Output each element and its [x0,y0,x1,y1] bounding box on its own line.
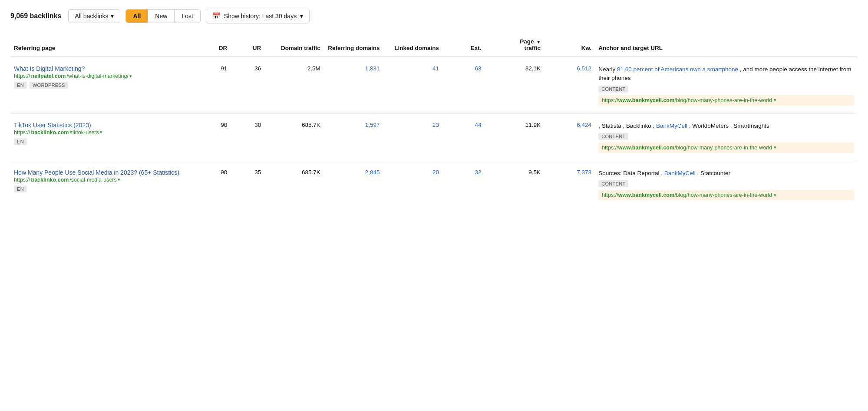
tag-group: EN [14,186,193,192]
col-header-linked-domains: Linked domains [383,34,442,57]
referring-domains-value[interactable]: 1,597 [324,113,383,161]
target-url[interactable]: https://www.bankmycell.com/blog/how-many… [602,97,772,103]
col-header-dr: DR [197,34,231,57]
dropdown-arrow-icon: ▾ [111,13,114,20]
anchor-text-after: , Statcounter [696,170,730,176]
dr-value: 90 [197,161,231,208]
dr-value: 90 [197,113,231,161]
ur-value: 35 [231,161,264,208]
main-container: 9,069 backlinks All backlinks ▾ All New … [0,0,868,217]
anchor-url-cell: , Statista , Backlinko , BankMyCell , Wo… [595,113,858,161]
tag-group: ENWORDPRESS [14,82,193,89]
target-url-domain: www.bankmycell.com [618,192,674,198]
page-traffic-value: 32.1K [485,57,545,113]
url-path: /social-media-users [69,177,116,183]
referring-page-cell: How Many People Use Social Media in 2023… [10,161,197,208]
toolbar: 9,069 backlinks All backlinks ▾ All New … [10,9,858,23]
target-url-path: /blog/how-many-phones-are-in-the-world [674,192,772,198]
kw-value[interactable]: 6,424 [544,113,595,161]
sort-arrow-icon: ▼ [536,40,541,44]
anchor-text-before: Nearly [598,66,617,73]
content-tag: CONTENT [598,86,854,95]
url-path: /what-is-digital-marketing/ [66,73,128,79]
url-dropdown-icon[interactable]: ▾ [118,177,120,182]
target-url-dropdown-icon[interactable]: ▾ [774,97,776,103]
dr-value: 91 [197,57,231,113]
target-url-row: https://www.bankmycell.com/blog/how-many… [598,95,854,106]
anchor-link-text[interactable]: BankMyCell [664,170,696,176]
ext-value[interactable]: 63 [442,57,485,113]
anchor-url-cell: Nearly 81.60 percent of Americans own a … [595,57,858,113]
col-header-domain-traffic: Domain traffic [264,34,324,57]
backlinks-table: Referring page DR UR Domain traffic Refe… [10,34,858,208]
referring-page-cell: What Is Digital Marketing?https://neilpa… [10,57,197,113]
url-dropdown-icon[interactable]: ▾ [100,129,102,135]
url-prefix: https:// [14,129,30,136]
domain-traffic-value: 685.7K [264,161,324,208]
linked-domains-value[interactable]: 20 [383,161,442,208]
page-title-link[interactable]: TikTok User Statistics (2023) [14,122,193,129]
page-title-link[interactable]: How Many People Use Social Media in 2023… [14,169,193,176]
page-traffic-value: 11.9K [485,113,545,161]
ext-value[interactable]: 44 [442,113,485,161]
url-dropdown-icon[interactable]: ▾ [129,73,132,79]
target-url-path: /blog/how-many-phones-are-in-the-world [674,145,772,151]
anchor-text-before: Sources: Data Reportal , [598,170,664,176]
referring-domains-value[interactable]: 1,831 [324,57,383,113]
table-header-row: Referring page DR UR Domain traffic Refe… [10,34,858,57]
url-domain: neilpatel.com [31,73,66,79]
calendar-icon: 📅 [212,12,221,20]
kw-value[interactable]: 7,373 [544,161,595,208]
col-header-referring-domains: Referring domains [324,34,383,57]
anchor-link-text[interactable]: 81.60 percent of Americans own a smartph… [617,66,738,73]
col-header-page-traffic[interactable]: Page ▼ traffic [485,34,545,57]
target-url-prefix: https:// [602,97,618,103]
target-url-dropdown-icon[interactable]: ▾ [774,192,776,198]
tag-badge: EN [14,82,27,89]
target-url[interactable]: https://www.bankmycell.com/blog/how-many… [602,192,772,198]
anchor-text-after: , WorldoMeters , SmartInsights [687,123,769,129]
target-url-row: https://www.bankmycell.com/blog/how-many… [598,190,854,200]
backlinks-count: 9,069 backlinks [10,12,61,20]
page-url: https://neilpatel.com/what-is-digital-ma… [14,73,193,79]
filter-all-button[interactable]: All [126,10,148,23]
anchor-text-before: , Statista , Backlinko , [598,123,656,129]
anchor-link-text[interactable]: BankMyCell [656,123,687,129]
linked-domains-value[interactable]: 41 [383,57,442,113]
content-tag: CONTENT [598,133,854,143]
all-backlinks-dropdown[interactable]: All backlinks ▾ [68,9,120,23]
target-url-prefix: https:// [602,145,618,151]
ext-value[interactable]: 32 [442,161,485,208]
ur-value: 30 [231,113,264,161]
filter-new-button[interactable]: New [148,10,175,23]
show-history-button[interactable]: 📅 Show history: Last 30 days ▾ [206,9,310,23]
history-label: Show history: Last 30 days [224,13,297,20]
target-url-row: https://www.bankmycell.com/blog/how-many… [598,143,854,153]
page-url: https://backlinko.com/social-media-users… [14,177,193,183]
domain-traffic-value: 685.7K [264,113,324,161]
page-traffic-value: 9.5K [485,161,545,208]
referring-page-cell: TikTok User Statistics (2023)https://bac… [10,113,197,161]
url-domain: backlinko.com [31,177,69,183]
target-url-dropdown-icon[interactable]: ▾ [774,145,776,150]
table-row: TikTok User Statistics (2023)https://bac… [10,113,858,161]
url-prefix: https:// [14,73,30,79]
filter-lost-button[interactable]: Lost [175,10,200,23]
linked-domains-value[interactable]: 23 [383,113,442,161]
url-prefix: https:// [14,177,30,183]
tag-group: EN [14,138,193,145]
url-path: /tiktok-users [69,129,99,136]
table-row: What Is Digital Marketing?https://neilpa… [10,57,858,113]
col-header-ext: Ext. [442,34,485,57]
all-backlinks-label: All backlinks [75,13,108,20]
tag-badge: EN [14,138,27,145]
kw-value[interactable]: 6,512 [544,57,595,113]
target-url-path: /blog/how-many-phones-are-in-the-world [674,97,772,103]
referring-domains-value[interactable]: 2,845 [324,161,383,208]
col-header-referring-page: Referring page [10,34,197,57]
page-title-link[interactable]: What Is Digital Marketing? [14,65,193,72]
content-tag: CONTENT [598,180,854,190]
url-domain: backlinko.com [31,129,69,136]
tag-badge: WORDPRESS [30,82,68,89]
target-url[interactable]: https://www.bankmycell.com/blog/how-many… [602,145,772,151]
